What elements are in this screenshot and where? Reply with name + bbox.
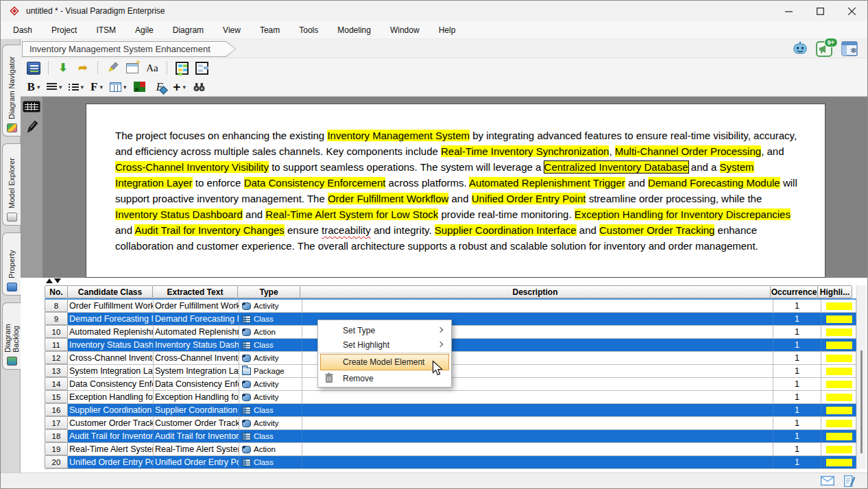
column-header-description[interactable]: Description xyxy=(300,285,771,298)
candidate-class-cell[interactable]: Supplier Coordination Interface xyxy=(68,404,154,416)
candidate-class-cell[interactable]: Order Fulfillment Workflow xyxy=(68,300,154,312)
menu-item-team[interactable]: Team xyxy=(250,23,289,38)
highlight-cell[interactable] xyxy=(821,443,856,455)
type-cell[interactable]: Activity xyxy=(239,417,302,429)
type-cell[interactable]: Package xyxy=(239,365,302,377)
candidate-class-cell[interactable]: Demand Forecasting Module xyxy=(68,313,154,325)
sidebar-tab-diagram-navigator[interactable]: Diagram Navigator xyxy=(2,45,21,136)
scrollbar-thumb[interactable] xyxy=(860,350,863,453)
color-grid-button[interactable] xyxy=(132,79,148,95)
list-button[interactable]: ▾ xyxy=(67,79,86,95)
candidate-class-cell[interactable]: Unified Order Entry Point xyxy=(68,456,154,468)
table-row-8[interactable]: 8Order Fulfillment WorkflowOrder Fulfill… xyxy=(45,300,856,313)
candidate-class-cell[interactable]: Audit Trail for Inventory Changes xyxy=(68,430,154,442)
menu-item-itsm[interactable]: ITSM xyxy=(86,23,125,38)
highlight-pen-icon[interactable] xyxy=(25,119,38,136)
add-button[interactable]: +▾ xyxy=(171,79,188,95)
extracted-text-cell[interactable]: Customer Order Tracking xyxy=(154,417,239,429)
description-cell[interactable] xyxy=(302,300,773,312)
column-header-extracted-text[interactable]: Extracted Text xyxy=(152,285,238,298)
column-header-type[interactable]: Type xyxy=(237,285,300,298)
highlight-cell[interactable] xyxy=(821,300,856,312)
type-cell[interactable]: Action xyxy=(239,443,302,455)
menu-item-help[interactable]: Help xyxy=(429,23,466,38)
extracted-text-cell[interactable]: Automated Replenishment Trigger xyxy=(154,326,239,338)
column-header-candidate-class[interactable]: Candidate Class xyxy=(67,285,153,298)
menu-item-window[interactable]: Window xyxy=(381,23,429,38)
menu-item-dash[interactable]: Dash xyxy=(3,23,42,38)
description-cell[interactable] xyxy=(302,443,773,455)
mail-icon[interactable] xyxy=(821,476,834,486)
panel-layout-icon[interactable] xyxy=(841,40,858,57)
menu-item-create-model-element[interactable]: Create Model Element xyxy=(320,354,449,370)
extracted-text-cell[interactable]: Exception Handling for Inventory Discrep… xyxy=(154,391,239,403)
column-header-no[interactable]: No. xyxy=(45,285,68,298)
export-icon[interactable]: ➦ xyxy=(75,60,91,76)
highlight-cell[interactable] xyxy=(821,378,856,390)
type-cell[interactable]: Activity xyxy=(239,352,302,364)
grid-view-icon[interactable] xyxy=(23,101,40,112)
sidebar-tab-property[interactable]: Property xyxy=(2,232,21,296)
extracted-text-cell[interactable]: Inventory Status Dashboard xyxy=(154,339,239,351)
table-row-17[interactable]: 17Customer Order TrackingCustomer Order … xyxy=(45,417,856,430)
highlight-cell[interactable] xyxy=(821,365,856,377)
find-button[interactable] xyxy=(191,79,208,95)
collapse-down-icon[interactable] xyxy=(54,278,61,283)
extracted-text-cell[interactable]: Data Consistency Enforcement xyxy=(154,378,239,390)
type-cell[interactable]: Class xyxy=(239,313,302,325)
menu-item-diagram[interactable]: Diagram xyxy=(163,23,213,38)
description-cell[interactable] xyxy=(302,430,773,442)
highlight-cell[interactable] xyxy=(821,430,856,442)
column-header-occurrence[interactable]: Occurrence xyxy=(770,285,818,298)
extracted-text-cell[interactable]: Unified Order Entry Point xyxy=(154,456,239,468)
diagram-layout-icon[interactable] xyxy=(193,60,210,76)
notes-edit-icon[interactable] xyxy=(844,475,855,487)
candidate-class-cell[interactable]: Real-Time Alert System for Low Stock xyxy=(68,443,154,455)
extracted-text-cell[interactable]: Audit Trail for Inventory Changes xyxy=(154,430,239,442)
format-style-button[interactable]: F xyxy=(152,79,168,95)
candidate-class-cell[interactable]: System Integration Layer xyxy=(68,365,154,377)
font-case-button[interactable]: Aa xyxy=(144,60,160,76)
table-row-20[interactable]: 20Unified Order Entry PointUnified Order… xyxy=(45,456,856,469)
sidebar-tab-diagram-backlog[interactable]: Diagram Backlog xyxy=(2,302,21,370)
candidate-class-cell[interactable]: Customer Order Tracking xyxy=(68,417,154,429)
align-button[interactable]: ▾ xyxy=(45,79,64,95)
new-window-icon[interactable] xyxy=(124,60,141,76)
highlight-cell[interactable] xyxy=(821,456,856,468)
table-button[interactable]: ▾ xyxy=(108,79,128,95)
type-cell[interactable]: Activity xyxy=(239,300,302,312)
column-header-highli[interactable]: Highli... xyxy=(817,285,852,298)
candidate-class-cell[interactable]: Exception Handling for Inventory Discrep… xyxy=(68,391,154,403)
type-cell[interactable]: Activity xyxy=(239,391,302,403)
candidate-class-cell[interactable]: Cross-Channel Inventory Visibility xyxy=(68,352,154,364)
diagram-tab[interactable]: Inventory Management System Enhancement xyxy=(22,41,236,57)
minimize-button[interactable] xyxy=(773,1,804,21)
candidate-class-cell[interactable]: Automated Replenishment Trigger xyxy=(68,326,154,338)
description-cell[interactable] xyxy=(302,456,773,468)
menu-item-tools[interactable]: Tools xyxy=(289,23,328,38)
type-cell[interactable]: Action xyxy=(239,326,302,338)
document-page[interactable]: The project focuses on enhancing the exi… xyxy=(86,104,825,278)
type-cell[interactable]: Class xyxy=(239,456,302,468)
diagram-overview-icon[interactable] xyxy=(173,60,190,76)
type-cell[interactable]: Class xyxy=(239,339,302,351)
table-row-18[interactable]: 18Audit Trail for Inventory ChangesAudit… xyxy=(45,430,856,443)
menu-item-set-highlight[interactable]: Set Highlight xyxy=(318,337,451,352)
extracted-text-cell[interactable]: Cross-Channel Inventory Visibility xyxy=(154,352,239,364)
bold-button[interactable]: B▾ xyxy=(25,79,42,95)
table-row-19[interactable]: 19Real-Time Alert System for Low StockRe… xyxy=(45,443,856,456)
highlighter-icon[interactable] xyxy=(104,60,121,76)
extracted-text-cell[interactable]: Demand Forecasting Module xyxy=(154,313,239,325)
font-button[interactable]: F▾ xyxy=(88,79,105,95)
type-cell[interactable]: Activity xyxy=(239,378,302,390)
description-cell[interactable] xyxy=(302,391,773,403)
close-button[interactable] xyxy=(836,1,867,21)
description-cell[interactable] xyxy=(302,404,773,416)
menu-item-view[interactable]: View xyxy=(213,23,250,38)
highlight-cell[interactable] xyxy=(821,417,856,429)
assistant-robot-icon[interactable] xyxy=(791,40,808,57)
highlight-cell[interactable] xyxy=(821,404,856,416)
table-vertical-scrollbar[interactable] xyxy=(856,285,866,469)
candidate-class-cell[interactable]: Data Consistency Enforcement xyxy=(68,378,154,390)
table-row-15[interactable]: 15Exception Handling for Inventory Discr… xyxy=(45,391,856,404)
